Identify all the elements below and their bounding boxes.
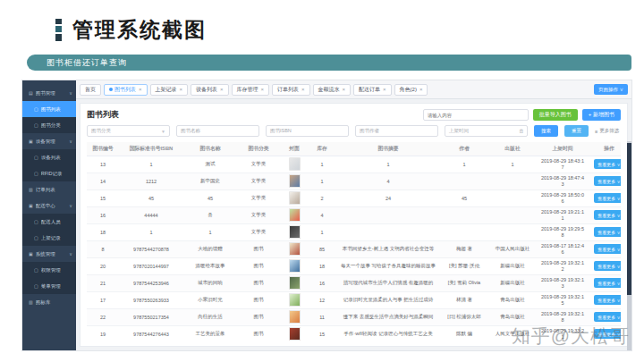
page-actions-button[interactable]: 页面操作 ∨ (594, 84, 628, 95)
tab-配送订单[interactable]: 配送订单× (353, 84, 392, 96)
sidebar-item-菜单管理[interactable]: ▢菜单管理 (22, 278, 76, 294)
row-more-button[interactable]: 查看更多 ∨ (594, 159, 621, 169)
chevron-down-icon: ∨ (69, 139, 72, 144)
sidebar-item-图书管理[interactable]: ▤图书管理∨ (22, 85, 76, 101)
row-more-button[interactable]: 查看更多 ∨ (594, 261, 621, 271)
close-icon[interactable]: × (261, 87, 265, 92)
book-name-field[interactable]: 图书名称 (176, 125, 259, 137)
filter-icon: ≡ (595, 129, 597, 134)
date-field[interactable]: 上架时间 🗓 (445, 125, 528, 137)
cell-name: 小家旧时光 (183, 291, 237, 308)
cell-publisher (487, 173, 538, 189)
row-more-button[interactable]: 查看更多 ∨ (594, 193, 621, 203)
search-button[interactable]: 搜索 (534, 125, 558, 137)
category-select[interactable]: 图书分类 ▼ (87, 125, 170, 137)
sidebar-item-label: 图书分类 (41, 122, 72, 129)
row-more-button[interactable]: 查看更多 ∨ (594, 176, 621, 186)
column-header: 上架时间 (538, 142, 588, 156)
cell-category: 图书 (237, 257, 280, 274)
column-header: 库存 (309, 142, 335, 156)
sidebar-item-RFID记录[interactable]: ▢RFID记录 (22, 165, 76, 181)
tab-库存管理[interactable]: 库存管理× (232, 84, 270, 96)
sidebar-item-系统管理[interactable]: ▣系统管理∨ (22, 246, 76, 262)
tab-金额流水[interactable]: 金额流水× (313, 84, 352, 96)
sidebar-item-订单列表[interactable]: ▥订单列表 (22, 181, 76, 198)
date-line2: 7 (539, 164, 586, 171)
scrollbar-thumb[interactable] (627, 143, 631, 295)
cell-publisher: 1 (487, 156, 538, 173)
tab-首页[interactable]: 首页 (80, 84, 101, 96)
list-icon: ▢ (34, 122, 38, 128)
book-cover-image (289, 174, 301, 188)
cell-publisher: 人民文学出版社 (487, 325, 538, 342)
row-more-button[interactable]: 查看更多 ∨ (594, 295, 621, 305)
close-icon[interactable]: × (220, 87, 224, 92)
reset-button[interactable]: 重置 (564, 125, 589, 137)
sidebar-item-配送中心[interactable]: ▣配送中心∨ (22, 198, 76, 214)
row-more-button[interactable]: 查看更多 ∨ (594, 312, 621, 322)
admin-screenshot: ▤图书管理∨▢图书列表▢图书分类▣设备管理∨▢设备列表▢RFID记录▥订单列表▣… (22, 80, 631, 350)
more-filters-link[interactable]: ≡ 更多筛选 (595, 128, 619, 134)
sidebar-item-图标库[interactable]: ▥图标库 (22, 294, 76, 310)
scrollbar[interactable] (627, 141, 631, 350)
cell-id: 20 (87, 257, 119, 274)
close-icon[interactable]: × (301, 87, 305, 92)
sidebar-item-上架记录[interactable]: ▢上架记录 (22, 230, 76, 246)
tab-label: 上架记录 (156, 86, 177, 94)
cell-author: [美] 雪莉 Olivia (441, 274, 487, 291)
date-line1: 2019-08-29 18:47:4 (539, 175, 586, 181)
cell-id: 18 (87, 223, 119, 240)
cell-author: 林清 著 (441, 291, 487, 308)
column-header: 出版社 (487, 142, 538, 156)
category-select-value: 图书分类 (91, 128, 111, 134)
row-more-button[interactable]: 查看更多 ∨ (594, 210, 621, 220)
row-more-button[interactable]: 查看更多 ∨ (594, 244, 621, 254)
page-title: 管理系统截图 (72, 16, 207, 44)
batch-import-button[interactable]: 批量导入图书 (533, 109, 578, 121)
cell-cover (280, 206, 309, 223)
cell-cover (280, 173, 309, 189)
author-field[interactable]: 图书作者 (355, 125, 438, 137)
tab-label: 订单列表 (277, 86, 299, 94)
sidebar-item-设备管理[interactable]: ▣设备管理∨ (22, 133, 76, 149)
tab-设备列表[interactable]: 设备列表× (191, 84, 229, 96)
cell-date: 2019-08-29 18:47:43 (538, 173, 588, 189)
book-cover-image (289, 327, 301, 341)
row-more-button[interactable]: 查看更多 ∨ (594, 329, 621, 339)
cell-cover (280, 240, 309, 257)
sidebar-item-图书分类[interactable]: ▢图书分类 (22, 117, 76, 133)
tab-上架记录[interactable]: 上架记录× (150, 84, 189, 96)
isbn-field[interactable]: 图书ISBN (266, 125, 349, 137)
row-more-button[interactable]: 查看更多 ∨ (594, 227, 621, 237)
cell-category: 图书 (237, 325, 280, 342)
cell-isbn: 9787020144997 (119, 257, 183, 274)
close-icon[interactable]: × (343, 87, 346, 92)
sidebar-item-权限管理[interactable]: ▢权限管理 (22, 262, 76, 278)
table-row: 141212新中国史文学类142019-08-29 18:47:43查看更多 ∨ (87, 173, 621, 189)
book-list-card: 图书列表 批量导入图书 + 新增图书 图书分类 ▼ 图书名称 (80, 103, 628, 347)
sidebar-item-label: RFID记录 (41, 171, 72, 177)
tab-bar: 首页图书列表×上架记录×设备列表×库存管理×订单列表×金额流水×配送订单×角色(… (76, 80, 631, 99)
close-icon[interactable]: × (383, 87, 386, 92)
row-more-button[interactable]: 查看更多 ∨ (594, 278, 621, 288)
isbn-placeholder: 图书ISBN (270, 128, 292, 134)
tab-订单列表[interactable]: 订单列表× (272, 84, 310, 96)
column-header: 图书分类 (237, 142, 280, 156)
chevron-down-icon: ∨ (69, 251, 72, 257)
add-book-button[interactable]: + 新增图书 (582, 109, 621, 121)
cell-id: 21 (87, 274, 119, 291)
sidebar-item-图书列表[interactable]: ▢图书列表 (22, 101, 76, 117)
table-body: 131测试文学类11112019-08-29 18:43:17查看更多 ∨141… (87, 156, 621, 342)
sidebar-item-配送人员[interactable]: ▢配送人员 (22, 214, 76, 230)
close-icon[interactable]: × (180, 87, 183, 92)
tab-label: 设备列表 (196, 86, 217, 94)
close-icon[interactable]: × (419, 87, 423, 92)
search-input[interactable] (423, 109, 529, 121)
column-header: 国际标准书号ISBN (119, 142, 183, 156)
tab-角色(2)[interactable]: 角色(2)× (394, 84, 428, 96)
table-wrap: 图书编号国际标准书号ISBN图书名称图书分类封面库存图书摘要作者出版社上架时间操… (87, 142, 621, 342)
close-icon[interactable]: × (139, 87, 142, 92)
tab-图书列表[interactable]: 图书列表× (104, 84, 148, 96)
cell-isbn: 1 (119, 223, 183, 240)
sidebar-item-设备列表[interactable]: ▢设备列表 (22, 149, 76, 165)
